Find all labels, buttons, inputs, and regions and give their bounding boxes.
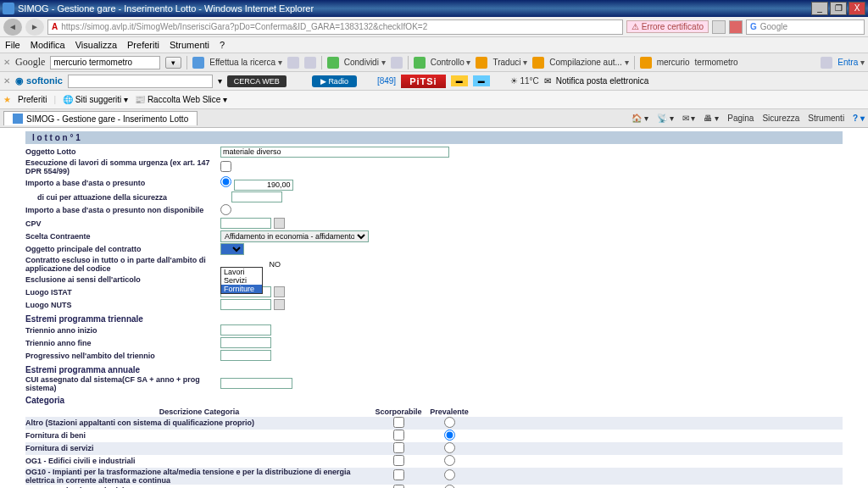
radio-button[interactable]: ▶ Radio	[312, 75, 357, 87]
tb-icon-3[interactable]	[391, 57, 403, 69]
prevalente-radio[interactable]	[444, 469, 455, 480]
web-slice[interactable]: 📰 Raccolta Web Slice ▾	[135, 95, 227, 104]
kw-mercurio[interactable]: mercurio	[657, 58, 690, 67]
feeds-icon[interactable]: 📡 ▾	[657, 114, 674, 123]
esecuzione-checkbox[interactable]	[220, 161, 231, 172]
favorites-star-icon[interactable]: ★	[3, 95, 11, 104]
preferiti-button[interactable]: Preferiti	[18, 95, 47, 104]
oggprinc-dropdown-list[interactable]: Lavori Servizi Forniture	[220, 267, 263, 294]
controllo[interactable]: Controllo	[431, 58, 471, 67]
browser-tab[interactable]: SIMOG - Gestione gare - Inserimento Lott…	[3, 111, 198, 125]
prevalente-radio[interactable]	[444, 442, 455, 453]
print-icon[interactable]: 🖶 ▾	[704, 114, 719, 123]
browser-search-input[interactable]: G Google	[746, 19, 865, 35]
cat-desc: Fornitura di servizi	[25, 444, 373, 452]
autofill-icon[interactable]	[532, 57, 544, 69]
minimize-button[interactable]: _	[811, 2, 828, 15]
refresh-button[interactable]	[712, 20, 726, 34]
address-bar[interactable]: A https://simog.avlp.it/SimogWeb/Inseris…	[47, 19, 623, 35]
menu-preferiti[interactable]: Preferiti	[127, 40, 159, 50]
softonic-search-dd[interactable]: ▾	[218, 76, 222, 86]
menu-visualizza[interactable]: Visualizza	[75, 40, 117, 50]
translate-icon[interactable]	[476, 57, 487, 69]
importo-presunto-radio[interactable]	[220, 176, 231, 187]
scorporabile-checkbox[interactable]	[393, 469, 404, 480]
notifica-posta[interactable]: Notifica posta elettronica	[556, 76, 649, 86]
tb-icon-2[interactable]	[304, 57, 316, 69]
google-search-input[interactable]	[50, 56, 160, 69]
suggested-sites[interactable]: 🌐 Siti suggeriti ▾	[63, 95, 128, 104]
forward-button[interactable]: ►	[25, 19, 44, 36]
mail-tool-icon[interactable]: ✉ ▾	[682, 114, 696, 123]
highlight-icon[interactable]	[640, 57, 652, 69]
entra-link[interactable]: Entra	[837, 58, 865, 67]
scorporabile-checkbox[interactable]	[393, 455, 404, 466]
oggetto-lotto-input[interactable]	[220, 147, 449, 158]
share-icon[interactable]	[327, 57, 339, 69]
mail-icon[interactable]: ✉	[544, 76, 551, 86]
istat-lookup-icon[interactable]	[274, 286, 285, 297]
tools-menu[interactable]: Strumenti	[808, 114, 844, 123]
prevalente-radio[interactable]	[444, 430, 455, 441]
sf-badge-2[interactable]: ▬	[473, 75, 490, 86]
dd-opt-forniture[interactable]: Forniture	[221, 285, 262, 293]
cpv-lookup-icon[interactable]	[274, 218, 285, 229]
prevalente-radio[interactable]	[444, 417, 455, 428]
check-icon[interactable]	[414, 57, 426, 69]
scorporabile-checkbox[interactable]	[393, 417, 404, 428]
softonic-search-input[interactable]	[68, 75, 213, 88]
google-search-button[interactable]: ▾	[165, 57, 181, 69]
dd-opt-lavori[interactable]: Lavori	[221, 268, 262, 276]
menu-strumenti[interactable]: Strumenti	[170, 40, 209, 50]
tb-icon-1[interactable]	[287, 57, 299, 69]
scelta-contraente-select[interactable]: Affidamento in economia - affidamento di…	[220, 230, 369, 242]
cpv-input[interactable]	[220, 218, 271, 229]
sicurezza-input[interactable]	[231, 191, 282, 202]
nuts-lookup-icon[interactable]	[274, 299, 285, 310]
scorporabile-checkbox[interactable]	[393, 430, 404, 441]
nondisp-radio[interactable]	[220, 204, 231, 215]
pitsi-logo[interactable]: PiTSi	[401, 75, 446, 88]
category-row: Fornitura di beni	[25, 430, 843, 442]
help-icon[interactable]: ? ▾	[853, 114, 865, 123]
effettua-ricerca[interactable]: Effettua la ricerca	[209, 58, 281, 67]
menu-file[interactable]: File	[5, 40, 20, 50]
prevalente-radio[interactable]	[444, 485, 455, 489]
search-icon[interactable]	[192, 57, 204, 69]
close-softonic-icon[interactable]: ✕	[3, 76, 10, 86]
compilazione[interactable]: Compilazione aut...	[549, 58, 628, 67]
sf-badge-1[interactable]: ▬	[451, 75, 468, 86]
menu-modifica[interactable]: Modifica	[31, 40, 65, 50]
cert-error-badge[interactable]: ⚠ Errore certificato	[626, 20, 709, 33]
nuts-input[interactable]	[220, 299, 271, 310]
maximize-button[interactable]: ❐	[830, 2, 847, 15]
scorporabile-checkbox[interactable]	[393, 485, 404, 489]
home-icon[interactable]: 🏠 ▾	[632, 114, 648, 123]
importo-presunto-input[interactable]	[234, 180, 293, 191]
weather-temp[interactable]: ☀ 11°C	[510, 76, 539, 86]
cui-input[interactable]	[220, 378, 292, 389]
settings-icon[interactable]	[821, 57, 832, 69]
stop-button[interactable]	[729, 20, 743, 34]
cerca-web-button[interactable]: CERCA WEB	[227, 75, 287, 87]
menu-help[interactable]: ?	[220, 40, 225, 50]
kw-termometro[interactable]: termometro	[695, 58, 738, 67]
oggprinc-select[interactable]	[220, 243, 244, 255]
close-toolbar-icon[interactable]: ✕	[3, 58, 10, 67]
tri-prog-input[interactable]	[220, 350, 271, 361]
page-menu[interactable]: Pagina	[727, 114, 754, 123]
contratto-no-text: NO	[270, 260, 281, 269]
scorporabile-checkbox[interactable]	[393, 442, 404, 453]
tri-inizio-input[interactable]	[220, 324, 271, 336]
traduci[interactable]: Traduci	[492, 58, 527, 67]
security-menu[interactable]: Sicurezza	[762, 114, 799, 123]
dd-opt-servizi[interactable]: Servizi	[221, 276, 262, 285]
oggprinc-label: Oggetto principale del contratto	[25, 245, 220, 253]
back-button[interactable]: ◄	[3, 19, 22, 36]
prevalente-radio[interactable]	[444, 455, 455, 466]
scelta-label: Scelta Contraente	[25, 232, 220, 241]
close-button[interactable]: X	[849, 2, 865, 15]
condividi[interactable]: Condividi	[344, 58, 386, 67]
tri-fine-input[interactable]	[220, 337, 271, 348]
badge-count[interactable]: [849]	[377, 76, 396, 86]
